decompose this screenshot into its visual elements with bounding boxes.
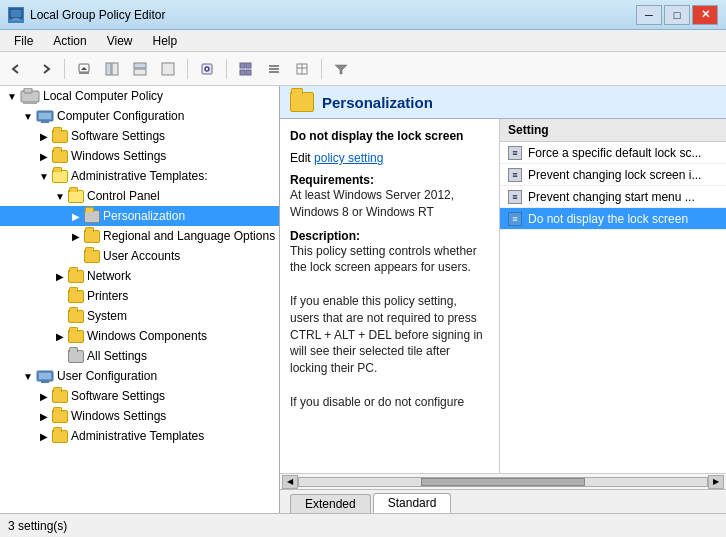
as-folder-icon <box>68 350 84 363</box>
edit-label: Edit <box>290 151 311 165</box>
tree-software-settings-1[interactable]: ▶ Software Settings <box>0 126 279 146</box>
tree-windows-settings-1[interactable]: ▶ Windows Settings <box>0 146 279 166</box>
ws2-expander[interactable]: ▶ <box>36 408 52 424</box>
tree-windows-settings-2[interactable]: ▶ Windows Settings <box>0 406 279 426</box>
view3-button[interactable] <box>289 57 315 81</box>
ws2-folder-icon <box>52 410 68 423</box>
setting-item-1[interactable]: ≡ Force a specific default lock sc... <box>500 142 726 164</box>
title-bar-left: Local Group Policy Editor <box>8 7 165 23</box>
menu-help[interactable]: Help <box>145 32 186 50</box>
ws1-expander[interactable]: ▶ <box>36 148 52 164</box>
tree-windows-components[interactable]: ▶ Windows Components <box>0 326 279 346</box>
tree-user-config[interactable]: ▼ User Configuration <box>0 366 279 386</box>
setting-item-4[interactable]: ≡ Do not display the lock screen <box>500 208 726 230</box>
svg-rect-15 <box>246 70 251 75</box>
ss1-expander[interactable]: ▶ <box>36 128 52 144</box>
toolbar <box>0 52 726 86</box>
svg-rect-1 <box>13 18 19 20</box>
setting-icon-1: ≡ <box>508 146 522 160</box>
minimize-button[interactable]: ─ <box>636 5 662 25</box>
menu-action[interactable]: Action <box>45 32 94 50</box>
scroll-track[interactable] <box>298 477 708 487</box>
filter-button[interactable] <box>328 57 354 81</box>
tree-network[interactable]: ▶ Network <box>0 266 279 286</box>
forward-button[interactable] <box>32 57 58 81</box>
tree-admin-templates-1[interactable]: ▼ Administrative Templates: <box>0 166 279 186</box>
requirements-text: At least Windows Server 2012, Windows 8 … <box>290 187 489 221</box>
ss2-expander[interactable]: ▶ <box>36 388 52 404</box>
tree-admin-templates-2[interactable]: ▶ Administrative Templates <box>0 426 279 446</box>
ua-expander[interactable] <box>68 248 84 264</box>
print-expander[interactable] <box>52 288 68 304</box>
svg-rect-7 <box>134 63 146 68</box>
tab-extended[interactable]: Extended <box>290 494 371 513</box>
desc-title: Do not display the lock screen <box>290 129 489 143</box>
root-expander[interactable]: ▼ <box>4 88 20 104</box>
svg-rect-0 <box>10 9 22 18</box>
net-expander[interactable]: ▶ <box>52 268 68 284</box>
at1-expander[interactable]: ▼ <box>36 168 52 184</box>
cp-label: Control Panel <box>87 189 160 203</box>
reg-expander[interactable]: ▶ <box>68 228 84 244</box>
tree-system[interactable]: System <box>0 306 279 326</box>
cp-expander[interactable]: ▼ <box>52 188 68 204</box>
properties-button[interactable] <box>194 57 220 81</box>
tree-panel: ▼ Local Computer Policy ▼ Computer Confi… <box>0 86 280 513</box>
main-content: ▼ Local Computer Policy ▼ Computer Confi… <box>0 86 726 513</box>
as-expander[interactable] <box>52 348 68 364</box>
reg-folder-icon <box>84 230 100 243</box>
window-controls[interactable]: ─ □ ✕ <box>636 5 718 25</box>
up-button[interactable] <box>71 57 97 81</box>
svg-rect-28 <box>39 113 51 119</box>
setting-label-1: Force a specific default lock sc... <box>528 146 701 160</box>
wc-folder-icon <box>68 330 84 343</box>
tree-control-panel[interactable]: ▼ Control Panel <box>0 186 279 206</box>
tree-computer-config[interactable]: ▼ Computer Configuration <box>0 106 279 126</box>
menu-file[interactable]: File <box>6 32 41 50</box>
wc-expander[interactable]: ▶ <box>52 328 68 344</box>
maximize-button[interactable]: □ <box>664 5 690 25</box>
app-icon <box>8 7 24 23</box>
reg-label: Regional and Language Options <box>103 229 275 243</box>
tree-all-settings[interactable]: All Settings <box>0 346 279 366</box>
computer-config-expander[interactable]: ▼ <box>20 108 36 124</box>
scroll-right-arrow[interactable]: ▶ <box>708 475 724 489</box>
tree-software-settings-2[interactable]: ▶ Software Settings <box>0 386 279 406</box>
tab-standard[interactable]: Standard <box>373 493 452 513</box>
show-hide-button[interactable] <box>99 57 125 81</box>
horizontal-scrollbar[interactable]: ◀ ▶ <box>280 473 726 489</box>
menu-view[interactable]: View <box>99 32 141 50</box>
ws1-folder-icon <box>52 150 68 163</box>
show-hide2-button[interactable] <box>127 57 153 81</box>
sys-expander[interactable] <box>52 308 68 324</box>
toolbar-separator-3 <box>226 59 227 79</box>
close-button[interactable]: ✕ <box>692 5 718 25</box>
tree-regional[interactable]: ▶ Regional and Language Options <box>0 226 279 246</box>
svg-rect-2 <box>11 20 21 21</box>
at2-expander[interactable]: ▶ <box>36 428 52 444</box>
view1-button[interactable] <box>233 57 259 81</box>
scroll-left-arrow[interactable]: ◀ <box>282 475 298 489</box>
svg-rect-32 <box>39 373 51 379</box>
window-title: Local Group Policy Editor <box>30 8 165 22</box>
scroll-thumb[interactable] <box>421 478 584 486</box>
ws1-label: Windows Settings <box>71 149 166 163</box>
tree-user-accounts[interactable]: User Accounts <box>0 246 279 266</box>
pers-expander[interactable]: ▶ <box>68 208 84 224</box>
show-hide3-button[interactable] <box>155 57 181 81</box>
edit-policy-line: Edit policy setting <box>290 151 489 165</box>
setting-item-2[interactable]: ≡ Prevent changing lock screen i... <box>500 164 726 186</box>
tree-personalization[interactable]: ▶ Personalization <box>0 206 279 226</box>
uc-expander[interactable]: ▼ <box>20 368 36 384</box>
net-folder-icon <box>68 270 84 283</box>
setting-item-3[interactable]: ≡ Prevent changing start menu ... <box>500 186 726 208</box>
policy-setting-link[interactable]: policy setting <box>314 151 383 165</box>
view2-button[interactable] <box>261 57 287 81</box>
back-button[interactable] <box>4 57 30 81</box>
svg-rect-4 <box>79 72 89 74</box>
svg-rect-13 <box>246 63 251 68</box>
computer-config-label: Computer Configuration <box>57 109 184 123</box>
tree-printers[interactable]: Printers <box>0 286 279 306</box>
tree-root[interactable]: ▼ Local Computer Policy <box>0 86 279 106</box>
toolbar-separator-2 <box>187 59 188 79</box>
